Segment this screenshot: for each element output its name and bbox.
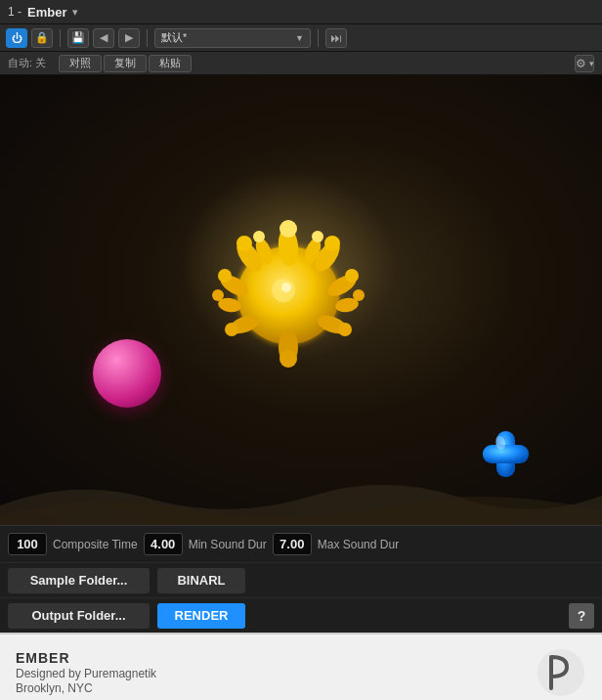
gear-icon: ⚙ [576, 57, 586, 70]
svg-point-26 [281, 283, 291, 292]
footer-logo [536, 647, 586, 698]
toolbar-divider1 [60, 29, 61, 47]
preset-selector[interactable]: 默认* ▼ [154, 28, 311, 48]
skip-button[interactable]: ⏭ [325, 28, 347, 48]
svg-point-16 [345, 269, 359, 283]
svg-point-20 [280, 350, 297, 368]
pink-sphere [93, 339, 161, 408]
svg-point-19 [338, 323, 352, 336]
title-num: 1 - [8, 5, 22, 19]
wave-decoration [0, 466, 602, 525]
toolbar-row2: 自动: 关 对照 复制 粘贴 ⚙ ▾ [0, 52, 602, 75]
paste-button[interactable]: 粘贴 [149, 55, 192, 72]
params-row: 100 Composite Time 4.00 Min Sound Dur 7.… [0, 525, 602, 562]
creature-blob [191, 193, 386, 388]
back-button[interactable]: ◀ [93, 28, 114, 48]
render-button[interactable]: RENDER [157, 603, 245, 629]
canvas-area [0, 75, 602, 525]
svg-point-22 [253, 231, 265, 242]
output-folder-row: Output Folder... RENDER ? [0, 597, 602, 633]
lock-icon: 🔒 [35, 31, 49, 44]
title-bar: 1 - Ember ▾ [0, 0, 602, 24]
lock-button[interactable]: 🔒 [31, 28, 53, 48]
footer: EMBER Designed by Puremagnetik Brooklyn,… [0, 633, 602, 700]
title-text: Ember [27, 5, 66, 20]
sample-folder-value-button[interactable]: BINARL [157, 568, 245, 593]
power-button[interactable]: ⏻ [6, 28, 27, 48]
gear-button[interactable]: ⚙ ▾ [575, 55, 594, 72]
preset-name: 默认* [161, 30, 187, 45]
auto-label: 自动: 关 [8, 56, 57, 70]
compare-button[interactable]: 对照 [59, 55, 102, 72]
footer-subtitle1: Designed by Puremagnetik [16, 667, 156, 680]
toolbar-divider2 [147, 29, 148, 47]
save-button[interactable]: 💾 [67, 28, 89, 48]
svg-point-24 [212, 289, 224, 301]
gear-dropdown-icon: ▾ [589, 59, 594, 68]
forward-icon: ▶ [125, 31, 133, 44]
svg-point-18 [225, 323, 238, 336]
footer-title: EMBER [16, 650, 156, 666]
max-sound-dur-value[interactable]: 7.00 [273, 533, 312, 555]
title-dropdown-icon[interactable]: ▾ [72, 6, 78, 19]
composite-time-label: Composite Time [53, 538, 138, 551]
svg-point-30 [538, 649, 584, 696]
footer-subtitle2: Brooklyn, NYC [16, 681, 156, 695]
svg-point-15 [324, 236, 340, 251]
toolbar-divider3 [318, 29, 319, 47]
back-icon: ◀ [100, 31, 108, 44]
min-sound-dur-label: Min Sound Dur [189, 538, 267, 551]
skip-icon: ⏭ [330, 31, 342, 45]
preset-dropdown-icon: ▼ [295, 33, 304, 43]
max-sound-dur-label: Max Sound Dur [318, 538, 399, 551]
svg-point-17 [218, 269, 232, 283]
help-button[interactable]: ? [569, 603, 594, 629]
save-icon: 💾 [71, 31, 85, 44]
forward-button[interactable]: ▶ [118, 28, 140, 48]
footer-text: EMBER Designed by Puremagnetik Brooklyn,… [16, 650, 156, 695]
svg-point-14 [236, 236, 252, 251]
sample-folder-row: Sample Folder... BINARL [0, 562, 602, 597]
svg-point-21 [312, 231, 323, 242]
toolbar-row1: ⏻ 🔒 💾 ◀ ▶ 默认* ▼ ⏭ [0, 24, 602, 52]
svg-rect-28 [483, 445, 529, 463]
sample-folder-button[interactable]: Sample Folder... [8, 568, 150, 593]
svg-point-13 [280, 220, 297, 238]
svg-point-23 [353, 289, 365, 301]
power-icon: ⏻ [12, 32, 22, 44]
output-folder-button[interactable]: Output Folder... [8, 603, 150, 629]
composite-time-value[interactable]: 100 [8, 533, 47, 555]
copy-button[interactable]: 复制 [104, 55, 147, 72]
min-sound-dur-value[interactable]: 4.00 [144, 533, 183, 555]
